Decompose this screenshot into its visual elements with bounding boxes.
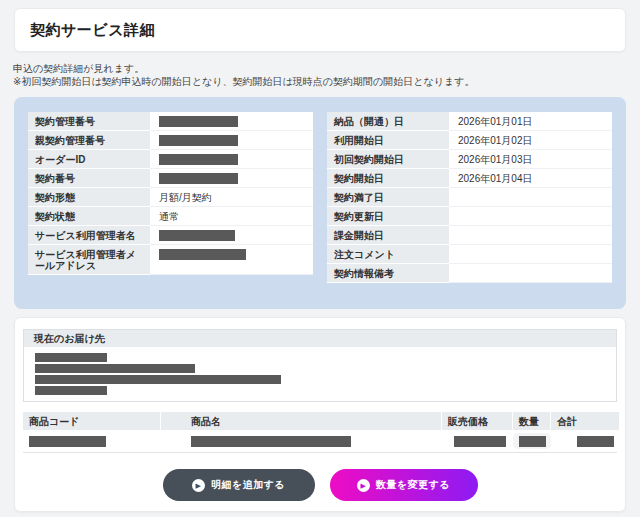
field-label: 契約情報備考 (327, 264, 449, 283)
add-detail-button[interactable]: ▶ 明細を追加する (163, 469, 315, 501)
field-label: 課金開始日 (327, 226, 449, 245)
field-value: 2026年01月03日 (458, 154, 533, 165)
field-value: 2026年01月02日 (458, 135, 533, 146)
change-quantity-button[interactable]: ▶ 数量を変更する (330, 469, 478, 501)
column-header-sale-price: 販売価格 (442, 412, 513, 430)
redacted-address-line (35, 364, 195, 373)
field-row: 契約管理番号 (28, 112, 313, 131)
table-row (23, 430, 617, 453)
order-items-card: 現在のお届け先 商品コード 商品名 販売価格 数量 合計 ▶ (14, 317, 626, 512)
circle-arrow-icon: ▶ (192, 479, 205, 492)
field-row: サービス利用管理者名 (28, 226, 313, 245)
field-label: 利用開始日 (327, 131, 449, 150)
field-row: 契約満了日 (327, 188, 612, 207)
redacted-value (159, 173, 238, 184)
field-row: 契約更新日 (327, 207, 612, 226)
description-line-2: ※初回契約開始日は契約申込時の開始日となり、契約開始日は現時点の契約期間の開始日… (13, 75, 626, 88)
redacted-sale-price (454, 436, 506, 447)
field-label: サービス利用管理者名 (28, 226, 150, 245)
field-row: 注文コメント (327, 245, 612, 264)
field-label: 納品（開通）日 (327, 112, 449, 131)
field-value: 2026年01月04日 (458, 173, 533, 184)
field-row: 納品（開通）日 2026年01月01日 (327, 112, 612, 131)
change-quantity-button-label: 数量を変更する (376, 478, 450, 492)
contract-fields-right: 納品（開通）日 2026年01月01日 利用開始日 2026年01月02日 初回… (327, 112, 612, 283)
add-detail-button-label: 明細を追加する (211, 478, 285, 492)
redacted-address-line (35, 386, 107, 395)
redacted-product-name (191, 436, 351, 447)
field-row: 契約開始日 2026年01月04日 (327, 169, 612, 188)
items-table-header: 商品コード 商品名 販売価格 数量 合計 (23, 412, 617, 430)
items-table: 商品コード 商品名 販売価格 数量 合計 (23, 412, 617, 453)
redacted-address-line (35, 375, 281, 384)
field-value: 2026年01月01日 (458, 116, 533, 127)
redacted-value (159, 154, 238, 165)
field-label: 契約開始日 (327, 169, 449, 188)
field-label: オーダーID (28, 150, 150, 169)
field-row: 契約形態 月額/月契約 (28, 188, 313, 207)
field-label: 初回契約開始日 (327, 150, 449, 169)
redacted-quantity (519, 436, 546, 447)
contract-details-panel: 契約管理番号 親契約管理番号 オーダーID 契約番号 契約形態 月額/月契約 契… (14, 97, 626, 309)
field-label: 契約管理番号 (28, 112, 150, 131)
field-label: 注文コメント (327, 245, 449, 264)
quantity-input[interactable] (513, 433, 551, 449)
field-row: 課金開始日 (327, 226, 612, 245)
column-header-product-code: 商品コード (23, 412, 161, 430)
field-row: 初回契約開始日 2026年01月03日 (327, 150, 612, 169)
field-row: 契約情報備考 (327, 264, 612, 283)
field-row: オーダーID (28, 150, 313, 169)
actions-row: ▶ 明細を追加する ▶ 数量を変更する (23, 469, 617, 501)
redacted-value (159, 230, 235, 241)
current-delivery-address: 現在のお届け先 (23, 329, 617, 402)
page-title-card: 契約サービス詳細 (14, 8, 626, 52)
field-label: 契約番号 (28, 169, 150, 188)
field-value: 通常 (159, 211, 179, 222)
column-header-total: 合計 (551, 412, 619, 430)
redacted-total (577, 436, 614, 447)
column-header-quantity: 数量 (513, 412, 551, 430)
description-line-1: 申込の契約詳細が見れます。 (13, 62, 626, 75)
circle-arrow-icon: ▶ (357, 479, 370, 492)
column-header-product-name: 商品名 (161, 412, 442, 430)
field-label: 契約状態 (28, 207, 150, 226)
redacted-value (159, 116, 238, 127)
field-label: サービス利用管理者メールアドレス (28, 245, 150, 275)
page-title: 契約サービス詳細 (30, 21, 155, 40)
field-label: 親契約管理番号 (28, 131, 150, 150)
page-description: 申込の契約詳細が見れます。 ※初回契約開始日は契約申込時の開始日となり、契約開始… (13, 62, 626, 88)
contract-fields-left: 契約管理番号 親契約管理番号 オーダーID 契約番号 契約形態 月額/月契約 契… (28, 112, 313, 275)
field-value: 月額/月契約 (159, 192, 212, 203)
redacted-value (159, 249, 246, 260)
field-label: 契約更新日 (327, 207, 449, 226)
field-row: 親契約管理番号 (28, 131, 313, 150)
field-row: 利用開始日 2026年01月02日 (327, 131, 612, 150)
field-label: 契約満了日 (327, 188, 449, 207)
redacted-address-line (35, 353, 107, 362)
field-row: 契約状態 通常 (28, 207, 313, 226)
redacted-value (159, 135, 238, 146)
delivery-address-header: 現在のお届け先 (24, 330, 616, 347)
redacted-product-code (29, 436, 106, 447)
field-row: 契約番号 (28, 169, 313, 188)
field-label: 契約形態 (28, 188, 150, 207)
field-row: サービス利用管理者メールアドレス (28, 245, 313, 275)
